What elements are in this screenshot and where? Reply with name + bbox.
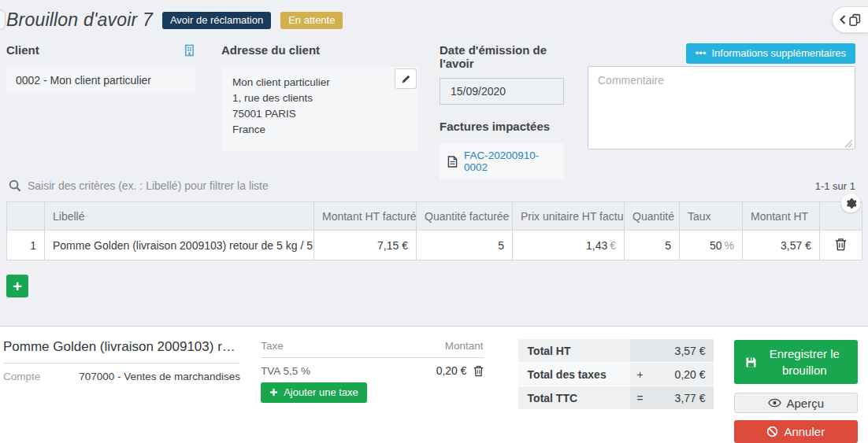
cell-montant-ht: 3,57 € — [743, 231, 820, 260]
total-value: 3,57 € — [651, 345, 714, 357]
impacted-invoices-label: Factures impactées — [440, 120, 564, 133]
trash-icon — [473, 365, 484, 377]
percent-unit: % — [725, 239, 734, 252]
header-montant-ht-facture: Montant HT facturé — [314, 202, 417, 231]
line-detail-panel: Pomme Golden (livraison 2009103) r… Comp… — [0, 326, 868, 443]
add-tax-label: Ajouter une taxe — [284, 386, 358, 398]
status-badge: En attente — [280, 12, 343, 29]
additional-info-label: Informations supplémentaires — [711, 47, 846, 59]
header-prix-unitaire: Prix unitaire HT facturé — [513, 202, 625, 231]
add-line-button[interactable]: + — [6, 275, 28, 297]
pencil-icon — [401, 74, 411, 84]
additional-info-button[interactable]: ••• Informations supplémentaires — [686, 43, 855, 64]
cancel-button[interactable]: Annuler — [734, 420, 858, 443]
result-count: 1-1 sur 1 — [815, 180, 855, 192]
gear-icon — [845, 198, 857, 209]
table-row: 1 Pomme Golden (livraison 2009103) retou… — [7, 231, 862, 260]
tax-name[interactable]: TVA 5,5 % — [261, 365, 310, 377]
address-line: 1, rue des clients — [232, 90, 407, 106]
cell-libelle[interactable]: Pomme Golden (livraison 2009103) retour … — [45, 231, 314, 260]
total-label: Total TTC — [518, 386, 630, 409]
client-label: Client — [6, 43, 39, 57]
cancel-label: Annuler — [784, 425, 825, 438]
credit-note-lines-table: Libellé Montant HT facturé Quantité fact… — [6, 201, 862, 260]
header-quantite: Quantité — [625, 202, 680, 231]
row-number-cell[interactable]: 1 — [7, 231, 45, 260]
cell-montant-ht-facture: 7,15 € — [314, 231, 417, 260]
plus-icon — [269, 388, 278, 397]
total-taxes-row: Total des taxes +0,20 € — [518, 363, 714, 386]
preview-button[interactable]: Aperçu — [734, 393, 858, 413]
total-ttc-row: Total TTC =3,77 € — [518, 386, 714, 409]
total-operator: + — [630, 368, 651, 381]
tax-row: TVA 5,5 % 0,20 € — [261, 358, 483, 382]
account-select[interactable]: 707000 - Ventes de marchandises — [79, 371, 240, 382]
edit-address-button[interactable] — [395, 68, 417, 89]
tax-column-header: Taxe — [261, 340, 284, 352]
header-quantite-facturee: Quantité facturée — [417, 202, 513, 231]
address-line: Mon client particulier — [232, 75, 407, 90]
comment-textarea[interactable] — [588, 66, 855, 150]
save-draft-label: Enregistrer le brouillon — [762, 345, 847, 378]
totals-summary: Total HT 3,57 € Total des taxes +0,20 € … — [518, 333, 714, 443]
chevron-left-icon — [840, 15, 846, 24]
euro-unit: € — [610, 239, 616, 252]
search-icon — [9, 179, 21, 192]
taux-value: 50 — [710, 239, 722, 252]
cell-quantite-facturee: 5 — [417, 231, 513, 260]
prix-unitaire-value: 1,43 — [586, 239, 607, 252]
tax-amount: 0,20 € — [436, 364, 467, 377]
trash-icon — [835, 238, 847, 251]
credit-note-header-section: Brouillon d'avoir 7 Avoir de réclamation… — [0, 0, 868, 167]
header-taux: Taux — [680, 202, 743, 231]
plus-icon: + — [13, 279, 22, 294]
ellipsis-icon: ••• — [696, 47, 707, 59]
add-tax-button[interactable]: Ajouter une taxe — [261, 382, 367, 403]
page-title: Brouillon d'avoir 7 — [6, 9, 153, 31]
client-address-box: Mon client particulier 1, rue des client… — [221, 67, 418, 151]
total-ht-row: Total HT 3,57 € — [518, 339, 714, 362]
lines-section: 1-1 sur 1 Libellé Montant HT facturé Qua… — [0, 167, 868, 326]
total-operator: = — [630, 392, 651, 404]
cell-prix-unitaire[interactable]: 1,43€ — [513, 231, 625, 260]
header-row-number — [7, 202, 45, 231]
document-icon — [447, 156, 458, 168]
address-line: France — [232, 122, 407, 138]
building-icon[interactable] — [184, 44, 195, 57]
header-montant-ht: Montant HT — [743, 202, 820, 231]
delete-tax-button[interactable] — [473, 365, 484, 377]
client-address-label: Adresse du client — [221, 43, 418, 57]
side-panel-toggle[interactable] — [832, 6, 868, 33]
eye-icon — [768, 398, 781, 408]
line-detail-title: Pomme Golden (livraison 2009103) r… — [3, 333, 240, 364]
filter-input[interactable] — [28, 179, 806, 192]
address-line: 75001 PARIS — [232, 106, 407, 122]
ban-icon — [766, 426, 778, 437]
copy-icon — [848, 13, 862, 27]
amount-column-header: Montant — [445, 340, 484, 352]
emission-date-label: Date d'émission de l'avoir — [440, 43, 564, 70]
emission-date-input[interactable] — [440, 78, 564, 105]
edge-button-sliver[interactable] — [0, 9, 6, 30]
client-select[interactable]: 0002 - Mon client particulier — [6, 67, 195, 94]
delete-row-button[interactable] — [820, 231, 862, 260]
cell-quantite[interactable]: 5 — [625, 231, 680, 260]
account-label: Compte — [3, 371, 40, 382]
header-libelle: Libellé — [45, 202, 314, 231]
cell-taux[interactable]: 50% — [680, 231, 743, 260]
table-header-row: Libellé Montant HT facturé Quantité fact… — [7, 202, 862, 231]
total-label: Total des taxes — [518, 363, 630, 386]
save-icon — [745, 356, 757, 368]
table-settings-button[interactable] — [841, 194, 860, 212]
total-label: Total HT — [518, 339, 630, 362]
preview-label: Aperçu — [787, 397, 825, 410]
total-value: 3,77 € — [651, 392, 714, 404]
save-draft-button[interactable]: Enregistrer le brouillon — [734, 340, 858, 384]
total-value: 0,20 € — [651, 368, 714, 381]
credit-note-type-badge: Avoir de réclamation — [162, 12, 271, 29]
